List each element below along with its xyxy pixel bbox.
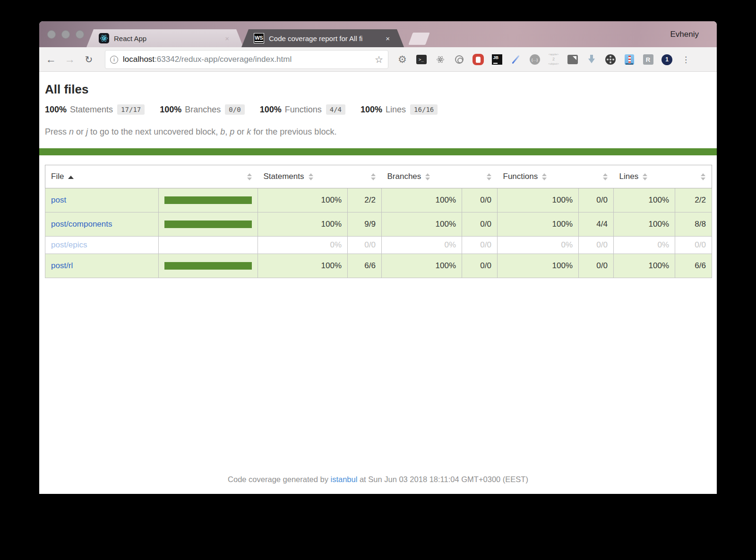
table-header-row: File Statements Branches Functions Lines [45,165,712,188]
functions-label: Functions [285,105,322,115]
statements-label: Statements [70,105,113,115]
coverage-bar [164,221,252,228]
lines-raw-cell: 2/2 [675,188,712,212]
coverage-bar [164,241,252,249]
back-icon[interactable]: ← [43,47,59,72]
functions-fraction-badge: 4/4 [326,104,345,115]
sorter-icon [603,173,608,180]
coverage-bar [164,196,252,204]
table-row: post 100% 2/2 100% 0/0 100% 0/0 100% 2/2 [45,188,712,212]
url-path: :63342/redux-app/coverage/index.html [155,55,292,64]
new-tab-button[interactable] [408,33,430,45]
sort-asc-icon [68,176,74,179]
header-chart-sorter[interactable] [159,165,258,188]
reload-icon[interactable]: ↻ [81,47,97,72]
table-row: post/rl 100% 6/6 100% 0/0 100% 0/0 100% … [45,254,712,278]
branches-pct-cell: 100% [382,188,462,212]
branches-fraction-badge: 0/0 [225,104,244,115]
one-badge-icon[interactable]: 1 [661,53,673,66]
header-file[interactable]: File [45,165,159,188]
r-square-icon[interactable]: R [642,53,654,66]
browser-menu-icon[interactable]: ⋮ [679,53,692,66]
sorter-icon [643,173,648,180]
tab-title: React App [114,34,223,42]
sorter-icon [425,173,430,180]
tab-title: Code coverage report for All fi [269,34,384,42]
branches-raw-cell: 0/0 [462,212,498,237]
branches-pct-cell: 100% [382,254,462,278]
statements-fraction-badge: 17/17 [117,104,145,115]
statements-pct-cell: 100% [258,188,348,212]
gear-icon[interactable]: ⚙ [396,53,409,66]
lighthouse-icon[interactable] [623,53,636,66]
file-link[interactable]: post/epics [51,240,87,249]
lines-pct-cell: 100% [614,254,675,278]
title-bar: Evheniy React App × WS Code coverage rep… [39,21,717,47]
lines-fraction-badge: 16/16 [410,104,438,115]
tab-close-icon[interactable]: × [384,34,392,43]
page-info-icon[interactable]: i [110,56,118,64]
header-statements-raw-sorter[interactable] [348,165,382,188]
file-link[interactable]: post/rl [51,261,73,270]
apple-object-icon[interactable]: <apple>2<object> [547,53,560,66]
rings-icon[interactable] [453,53,465,66]
branches-pct-cell: 100% [382,212,462,237]
footer-timestamp: at Sun Jun 03 2018 18:11:04 GMT+0300 (EE… [357,475,528,484]
browser-window: Evheniy React App × WS Code coverage rep… [39,21,717,494]
cast-icon[interactable] [566,53,579,66]
summary-statements: 100% Statements 17/17 [45,104,145,115]
browser-toolbar: ← → ↻ i localhost:63342/redux-app/covera… [39,47,717,72]
branches-pct-cell: 0% [382,237,462,254]
tab-coverage-report[interactable]: WS Code coverage report for All fi × [241,29,404,47]
header-lines[interactable]: Lines [614,165,675,188]
footer-text: Code coverage generated by [228,475,330,484]
bookmark-star-icon[interactable]: ☆ [375,54,383,65]
header-statements[interactable]: Statements [258,165,348,188]
functions-raw-cell: 0/0 [579,254,614,278]
functions-pct-cell: 0% [498,237,579,254]
webstorm-favicon-icon: WS [254,33,264,43]
terminal-icon[interactable]: >_ [415,53,428,66]
branches-label: Branches [185,105,221,115]
url-text[interactable]: localhost:63342/redux-app/coverage/index… [123,55,375,64]
header-branches-raw-sorter[interactable] [462,165,498,188]
download-arrow-icon[interactable] [585,53,598,66]
address-bar[interactable]: i localhost:63342/redux-app/coverage/ind… [105,50,388,69]
table-row: post/epics 0% 0/0 0% 0/0 0% 0/0 0% 0/0 [45,237,712,254]
statements-pct-cell: 100% [258,254,348,278]
forward-icon[interactable]: → [62,47,78,72]
eyedropper-icon[interactable] [509,53,522,66]
functions-pct: 100% [260,105,282,115]
lines-pct-cell: 100% [614,188,675,212]
coverage-status-line [39,148,717,155]
braces-icon[interactable]: {…} [528,53,541,66]
header-branches[interactable]: Branches [382,165,462,188]
keyboard-hint: Press n or j to go to the next uncovered… [45,127,711,137]
header-functions-raw-sorter[interactable] [579,165,614,188]
file-link[interactable]: post/components [51,220,112,229]
statements-pct-cell: 0% [258,237,348,254]
summary-lines: 100% Lines 16/16 [361,104,438,115]
sorter-icon [487,173,492,180]
url-host: localhost [123,55,155,64]
table-row: post/components 100% 9/9 100% 0/0 100% 4… [45,212,712,237]
file-link[interactable]: post [51,195,66,204]
branches-raw-cell: 0/0 [462,188,498,212]
react-favicon-icon [99,33,109,43]
lines-pct-cell: 0% [614,237,675,254]
tab-close-icon[interactable]: × [223,34,231,43]
header-functions[interactable]: Functions [498,165,579,188]
functions-raw-cell: 4/4 [579,212,614,237]
film-reel-icon[interactable] [604,53,617,66]
branches-pct: 100% [160,105,181,115]
coverage-table: File Statements Branches Functions Lines… [45,165,712,278]
header-lines-raw-sorter[interactable] [675,165,712,188]
tab-react-app[interactable]: React App × [86,29,243,47]
chart-cell [159,237,258,254]
istanbul-link[interactable]: istanbul [330,475,357,484]
functions-pct-cell: 100% [498,188,579,212]
jetbrains-icon[interactable]: JB [490,53,503,66]
stop-hand-icon[interactable] [472,53,484,66]
react-devtools-icon[interactable] [434,53,447,66]
functions-raw-cell: 0/0 [579,188,614,212]
